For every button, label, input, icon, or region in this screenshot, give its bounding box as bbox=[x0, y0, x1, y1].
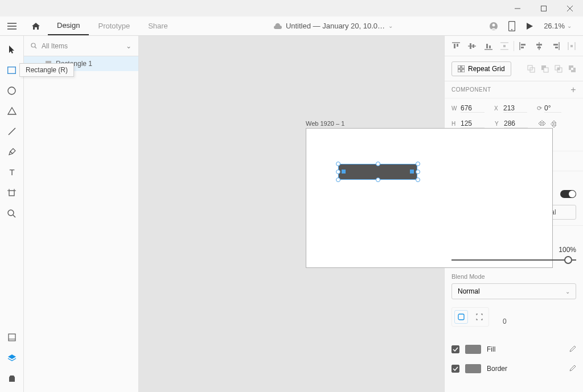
canvas[interactable]: Web 1920 – 1 bbox=[139, 36, 444, 392]
slider-thumb[interactable] bbox=[564, 256, 572, 264]
repeat-grid-icon bbox=[458, 65, 465, 72]
svg-line-21 bbox=[13, 215, 15, 217]
add-component-icon[interactable]: + bbox=[570, 85, 576, 95]
selection-handle[interactable] bbox=[336, 170, 340, 174]
opacity-value: 100% bbox=[559, 246, 576, 254]
selection-handle[interactable] bbox=[416, 162, 420, 166]
rotation-icon: ⟳ bbox=[537, 105, 542, 112]
svg-point-10 bbox=[511, 29, 512, 30]
layers-panel-icon[interactable] bbox=[3, 349, 21, 367]
responsive-resize-toggle[interactable] bbox=[560, 190, 576, 198]
eyedropper-icon[interactable] bbox=[568, 345, 576, 353]
svg-rect-22 bbox=[9, 334, 15, 341]
play-icon[interactable] bbox=[525, 22, 533, 30]
svg-rect-51 bbox=[462, 65, 465, 68]
fill-checkbox[interactable] bbox=[451, 345, 459, 353]
border-checkbox[interactable] bbox=[451, 365, 459, 373]
repeat-grid-button[interactable]: Repeat Grid bbox=[451, 61, 511, 76]
chevron-down-icon: ⌄ bbox=[388, 23, 393, 29]
boolean-add-icon[interactable] bbox=[527, 65, 535, 73]
boolean-subtract-icon[interactable] bbox=[541, 65, 549, 73]
line-tool[interactable] bbox=[3, 122, 21, 141]
rotation-input[interactable] bbox=[544, 104, 561, 113]
svg-rect-42 bbox=[536, 44, 542, 46]
align-left-icon[interactable] bbox=[515, 42, 531, 50]
alignment-row bbox=[445, 36, 583, 56]
layers-panel: All Items ⌄ ⌄ Web 1920 – 1 Rectangle 1 bbox=[24, 36, 139, 392]
boolean-intersect-icon[interactable] bbox=[555, 65, 563, 73]
flip-v-icon[interactable] bbox=[551, 120, 557, 128]
select-tool[interactable] bbox=[3, 40, 21, 59]
align-center-h-icon[interactable] bbox=[531, 42, 547, 50]
corner-uniform-icon[interactable] bbox=[454, 310, 468, 324]
fill-swatch[interactable] bbox=[465, 345, 481, 354]
zoom-tool[interactable] bbox=[3, 204, 21, 222]
border-label: Border bbox=[487, 365, 507, 373]
eyedropper-icon[interactable] bbox=[568, 365, 576, 373]
polygon-tool[interactable] bbox=[3, 102, 21, 120]
corner-individual-icon[interactable] bbox=[473, 310, 486, 324]
svg-rect-40 bbox=[521, 47, 524, 48]
svg-rect-77 bbox=[458, 314, 464, 320]
opacity-slider[interactable]: 100% bbox=[451, 254, 576, 267]
repeat-grid-row: Repeat Grid bbox=[445, 56, 583, 81]
top-menu-bar: Design Prototype Share Untitled — Januar… bbox=[0, 16, 583, 36]
maximize-button[interactable] bbox=[531, 0, 557, 16]
tab-design[interactable]: Design bbox=[48, 16, 89, 35]
selection-handle[interactable] bbox=[336, 162, 340, 166]
selection-handle[interactable] bbox=[376, 178, 380, 182]
artboard-label[interactable]: Web 1920 – 1 bbox=[306, 120, 344, 127]
document-title[interactable]: Untitled — January 20, 10.0… ⌄ bbox=[177, 22, 489, 30]
assets-panel-icon[interactable] bbox=[3, 328, 21, 346]
boolean-exclude-icon[interactable] bbox=[568, 65, 576, 73]
tab-prototype[interactable]: Prototype bbox=[89, 16, 139, 35]
pen-tool[interactable] bbox=[3, 143, 21, 161]
selection-anchor[interactable] bbox=[342, 170, 346, 174]
close-button[interactable] bbox=[557, 0, 583, 16]
svg-point-8 bbox=[492, 23, 495, 26]
layers-filter[interactable]: All Items ⌄ bbox=[24, 36, 138, 56]
minimize-button[interactable] bbox=[504, 0, 531, 16]
align-right-icon[interactable] bbox=[548, 42, 564, 50]
flip-h-icon[interactable] bbox=[538, 120, 546, 128]
distribute-v-icon[interactable] bbox=[496, 42, 512, 50]
selection-handle[interactable] bbox=[416, 178, 420, 182]
svg-rect-15 bbox=[9, 191, 14, 196]
align-top-icon[interactable] bbox=[448, 42, 464, 50]
align-bottom-icon[interactable] bbox=[481, 42, 496, 50]
height-input[interactable] bbox=[461, 119, 485, 128]
device-preview-icon[interactable] bbox=[508, 21, 515, 31]
svg-point-24 bbox=[31, 43, 35, 47]
border-swatch[interactable] bbox=[465, 364, 481, 373]
ellipse-tool[interactable] bbox=[3, 81, 21, 100]
blend-mode-select[interactable]: Normal ⌄ bbox=[451, 283, 576, 299]
width-input[interactable] bbox=[461, 104, 485, 113]
rectangle-tool[interactable] bbox=[3, 61, 21, 79]
align-middle-v-icon[interactable] bbox=[464, 42, 480, 50]
tab-share[interactable]: Share bbox=[139, 16, 177, 35]
home-button[interactable] bbox=[24, 22, 48, 30]
svg-rect-60 bbox=[557, 68, 560, 70]
x-input[interactable] bbox=[503, 104, 527, 113]
text-tool[interactable]: T bbox=[3, 163, 21, 181]
svg-rect-31 bbox=[473, 44, 474, 48]
svg-point-12 bbox=[8, 87, 15, 94]
selection-handle[interactable] bbox=[376, 162, 380, 166]
artboard-tool[interactable] bbox=[3, 184, 21, 202]
plugins-panel-icon[interactable] bbox=[3, 369, 21, 387]
y-input[interactable] bbox=[504, 119, 528, 128]
artboard[interactable] bbox=[306, 128, 553, 268]
distribute-h-icon[interactable] bbox=[564, 42, 580, 50]
svg-rect-53 bbox=[462, 69, 465, 72]
corner-radius-value[interactable]: 0 bbox=[503, 317, 507, 325]
selection-handle[interactable] bbox=[416, 170, 420, 174]
hamburger-menu[interactable] bbox=[0, 23, 24, 30]
zoom-level[interactable]: 26.1%⌄ bbox=[544, 22, 572, 30]
svg-rect-1 bbox=[541, 6, 547, 11]
selection-handle[interactable] bbox=[336, 178, 340, 182]
selection-anchor[interactable] bbox=[410, 170, 414, 174]
svg-line-25 bbox=[35, 47, 36, 48]
tool-rail: T Rectangle (R) bbox=[0, 36, 24, 392]
user-icon[interactable] bbox=[489, 22, 498, 31]
svg-text:T: T bbox=[9, 168, 14, 176]
